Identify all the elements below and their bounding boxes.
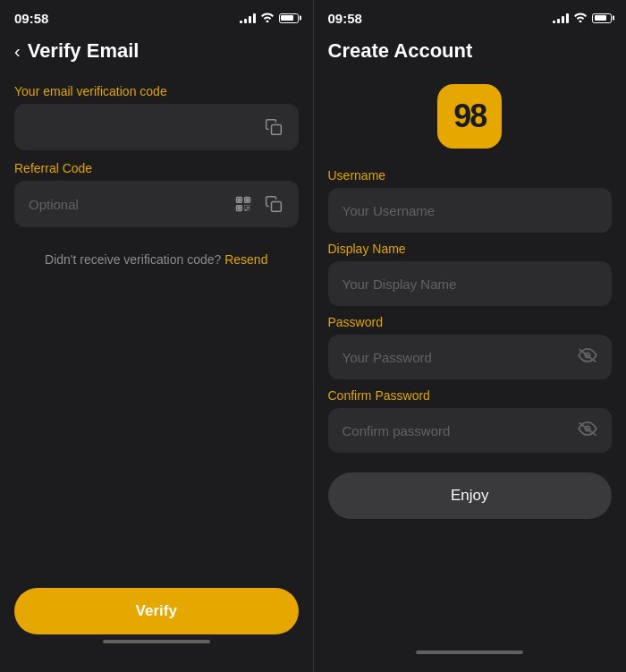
confirm-password-eye-icon[interactable] — [578, 421, 597, 440]
clipboard-icon-referral[interactable] — [263, 193, 284, 215]
home-indicator-right — [416, 651, 523, 654]
password-placeholder: Your Password — [343, 350, 579, 365]
resend-text: Didn't receive verification code? — [45, 252, 221, 267]
password-eye-icon[interactable] — [578, 348, 597, 367]
password-group: Password Your Password — [328, 315, 613, 379]
qr-code-icon[interactable] — [233, 193, 254, 215]
display-name-group: Display Name Your Display Name — [328, 242, 613, 306]
display-name-label: Display Name — [328, 242, 613, 256]
svg-rect-6 — [238, 207, 241, 209]
display-name-input[interactable]: Your Display Name — [328, 261, 613, 306]
status-icons-right — [553, 12, 612, 25]
verify-bottom: Verify — [0, 577, 313, 672]
back-button[interactable]: ‹ — [14, 41, 21, 62]
confirm-password-input[interactable]: Confirm password — [328, 408, 613, 453]
resend-text-container: Didn't receive verification code? Resend — [14, 252, 299, 267]
nav-header: ‹ Verify Email — [0, 32, 313, 73]
resend-link[interactable]: Resend — [224, 252, 267, 267]
username-label: Username — [328, 168, 613, 183]
referral-code-label: Referral Code — [14, 161, 299, 175]
signal-icon-right — [553, 13, 569, 23]
enjoy-button[interactable]: Enjoy — [328, 472, 613, 519]
svg-rect-5 — [246, 199, 249, 201]
verify-email-panel: 09:58 ‹ Verify Email Your emai — [0, 0, 314, 672]
email-code-label: Your email verification code — [14, 84, 299, 98]
verify-email-content: Your email verification code Referral Co… — [0, 73, 313, 577]
display-name-placeholder: Your Display Name — [343, 276, 598, 292]
password-label: Password — [328, 315, 613, 329]
email-code-input[interactable] — [14, 104, 299, 150]
svg-rect-14 — [271, 202, 281, 212]
wifi-icon-right — [573, 12, 588, 25]
email-code-icons — [263, 116, 284, 138]
create-account-content: 98 Username Your Username Display Name Y… — [314, 73, 627, 645]
referral-code-input[interactable]: Optional — [14, 181, 299, 227]
status-time-right: 09:58 — [328, 11, 362, 26]
battery-icon-left — [279, 13, 299, 23]
page-title-right: Create Account — [314, 32, 627, 73]
create-account-panel: 09:58 Create Account 98 — [314, 0, 627, 672]
app-logo-container: 98 — [328, 73, 613, 163]
confirm-password-placeholder: Confirm password — [343, 423, 579, 438]
referral-code-group: Referral Code Optional — [14, 161, 299, 227]
wifi-icon-left — [260, 12, 275, 25]
app-logo-text: 98 — [453, 98, 486, 135]
confirm-password-group: Confirm Password Confirm password — [328, 388, 613, 453]
clipboard-icon[interactable] — [263, 116, 284, 138]
page-title-left: Verify Email — [28, 39, 140, 63]
battery-icon-right — [592, 13, 612, 23]
email-code-group: Your email verification code — [14, 84, 299, 150]
svg-rect-0 — [271, 125, 281, 135]
confirm-password-label: Confirm Password — [328, 388, 613, 403]
signal-icon-left — [240, 13, 256, 23]
referral-code-placeholder: Optional — [29, 197, 233, 212]
status-bar-left: 09:58 — [0, 0, 313, 32]
referral-code-icons — [233, 193, 284, 215]
status-bar-right: 09:58 — [314, 0, 627, 32]
svg-rect-4 — [238, 199, 241, 201]
username-placeholder: Your Username — [343, 203, 598, 218]
status-icons-left — [240, 12, 299, 25]
home-indicator-left — [103, 640, 210, 643]
status-time-left: 09:58 — [14, 11, 48, 26]
app-logo: 98 — [437, 84, 502, 149]
password-input[interactable]: Your Password — [328, 335, 613, 379]
username-group: Username Your Username — [328, 168, 613, 233]
username-input[interactable]: Your Username — [328, 188, 613, 233]
verify-button[interactable]: Verify — [14, 588, 299, 634]
